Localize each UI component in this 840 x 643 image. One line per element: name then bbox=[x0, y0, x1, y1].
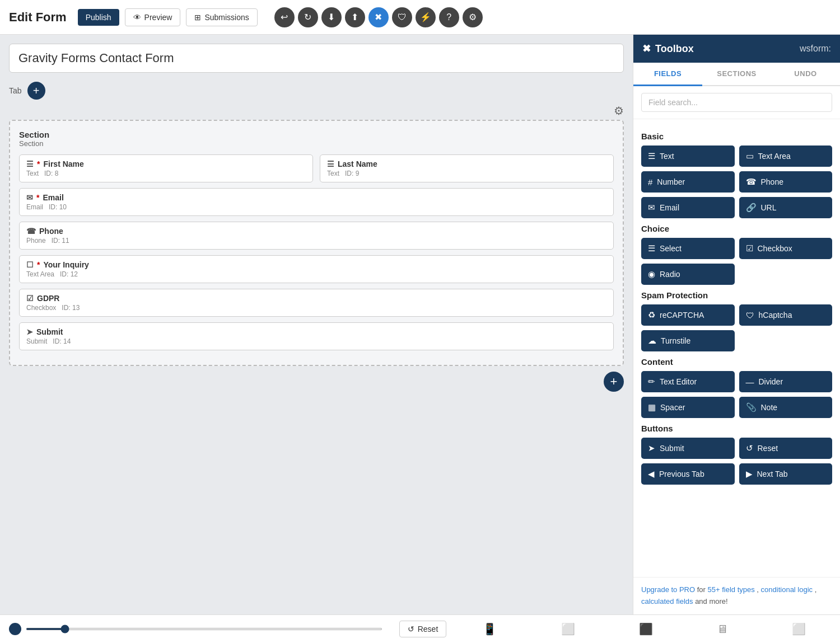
note-field-button[interactable]: 📎Note bbox=[739, 397, 833, 418]
submit-field-icon: ➤ bbox=[26, 327, 33, 336]
history-icon[interactable]: ↩ bbox=[274, 7, 295, 27]
content-section-label: Content bbox=[641, 357, 832, 367]
email-field[interactable]: ✉ * Email Email ID: 10 bbox=[19, 188, 614, 216]
phone-field-button[interactable]: ☎Phone bbox=[739, 171, 833, 193]
gdpr-field[interactable]: ☑ GDPR Checkbox ID: 13 bbox=[19, 289, 614, 317]
width-range-input[interactable] bbox=[26, 628, 382, 630]
upgrade-link[interactable]: Upgrade to PRO bbox=[641, 585, 695, 594]
help-icon[interactable]: ? bbox=[439, 7, 459, 27]
bottom-toolbar: + bbox=[9, 372, 624, 392]
shield-icon[interactable]: 🛡 bbox=[392, 7, 412, 27]
text-icon: ☰ bbox=[648, 151, 655, 161]
number-icon: # bbox=[648, 177, 652, 187]
recaptcha-icon: ♻ bbox=[648, 310, 655, 320]
range-container bbox=[9, 623, 382, 635]
reset-button-field[interactable]: ↺Reset bbox=[739, 438, 833, 459]
select-icon: ☰ bbox=[648, 243, 655, 254]
spacer-field-button[interactable]: ▦Spacer bbox=[641, 397, 735, 418]
radio-field-button[interactable]: ◉Radio bbox=[641, 264, 735, 285]
desktop-icon[interactable]: 🖥 bbox=[717, 622, 728, 636]
recaptcha-field-button[interactable]: ♻reCAPTCHA bbox=[641, 304, 735, 326]
divider-field-button[interactable]: —Divider bbox=[739, 371, 833, 392]
number-field-button[interactable]: #Number bbox=[641, 171, 735, 193]
textarea-field-button[interactable]: ▭Text Area bbox=[739, 146, 833, 167]
left-panel: Tab + ⚙ Section Section ☰ * bbox=[0, 35, 633, 614]
hcaptcha-icon: 🛡 bbox=[746, 311, 754, 320]
settings-icon[interactable]: ⚙ bbox=[463, 7, 483, 27]
form-editor: Tab + ⚙ Section Section ☰ * bbox=[9, 82, 624, 606]
tab-undo[interactable]: UNDO bbox=[771, 63, 840, 85]
form-title-input[interactable] bbox=[9, 44, 624, 73]
preview-bar: ↺ Reset 📱 ⬜ ⬛ 🖥 ⬜ bbox=[0, 614, 840, 643]
next-tab-icon: ▶ bbox=[746, 469, 753, 479]
section-title: Section bbox=[19, 130, 614, 139]
first-name-field[interactable]: ☰ * First Name Text ID: 8 bbox=[19, 154, 313, 182]
integration-icon[interactable]: ✖ bbox=[368, 7, 389, 27]
buttons-section-label: Buttons bbox=[641, 424, 832, 433]
submit-field[interactable]: ➤ Submit Submit ID: 14 bbox=[19, 322, 614, 350]
tab-bar: Tab + bbox=[9, 82, 624, 100]
buttons-fields-grid: ➤Submit ↺Reset ◀Previous Tab ▶Next Tab bbox=[641, 438, 832, 485]
add-tab-button[interactable]: + bbox=[27, 82, 45, 100]
email-field-icon: ✉ bbox=[26, 193, 33, 202]
mobile-icon[interactable]: 📱 bbox=[483, 622, 497, 636]
widescreen-icon[interactable]: ⬜ bbox=[792, 622, 806, 636]
tab-fields[interactable]: FIELDS bbox=[633, 63, 702, 86]
turnstile-field-button[interactable]: ☁Turnstile bbox=[641, 330, 735, 351]
text-field-icon-2: ☰ bbox=[327, 159, 334, 168]
inquiry-field-row: ☐ * Your Inquiry Text Area ID: 12 bbox=[19, 255, 614, 283]
submissions-button[interactable]: ⊞ Submissions bbox=[186, 8, 257, 26]
toolbox-icon: ✖ bbox=[642, 43, 651, 55]
textarea-icon: ▭ bbox=[746, 151, 754, 161]
lightning-icon[interactable]: ⚡ bbox=[416, 7, 436, 27]
tab-sections[interactable]: SECTIONS bbox=[702, 63, 771, 85]
choice-fields-grid: ☰Select ☑Checkbox ◉Radio bbox=[641, 238, 832, 285]
email-icon: ✉ bbox=[648, 203, 655, 213]
email-field-button[interactable]: ✉Email bbox=[641, 197, 735, 218]
phone-icon: ☎ bbox=[746, 177, 757, 187]
tablet-icon[interactable]: ⬛ bbox=[639, 622, 653, 636]
download-icon[interactable]: ⬇ bbox=[321, 7, 342, 27]
toolbox-brand: wsform: bbox=[800, 44, 831, 54]
field-types-link[interactable]: 55+ field types bbox=[708, 585, 755, 594]
upload-icon[interactable]: ⬆ bbox=[345, 7, 365, 27]
url-icon: 🔗 bbox=[746, 203, 757, 213]
toolbox-footer: Upgrade to PRO for 55+ field types , con… bbox=[633, 577, 840, 614]
submit-button-field[interactable]: ➤Submit bbox=[641, 438, 735, 459]
last-name-field[interactable]: ☰ Last Name Text ID: 9 bbox=[320, 154, 614, 182]
section-subtitle: Section bbox=[19, 139, 614, 148]
toolbox-body: Basic ☰Text ▭Text Area #Number ☎Phone ✉E… bbox=[633, 119, 840, 577]
conditional-logic-link[interactable]: conditional logic bbox=[761, 585, 813, 594]
redo-icon[interactable]: ↻ bbox=[298, 7, 318, 27]
preview-button[interactable]: 👁 Preview bbox=[125, 8, 181, 26]
checkbox-icon: ☑ bbox=[746, 243, 753, 254]
spacer-icon: ▦ bbox=[648, 402, 656, 412]
prev-tab-button-field[interactable]: ◀Previous Tab bbox=[641, 463, 735, 485]
field-search-input[interactable] bbox=[641, 93, 832, 112]
toolbox-title: ✖ Toolbox bbox=[642, 43, 694, 55]
reset-preview-button[interactable]: ↺ Reset bbox=[399, 621, 447, 637]
next-tab-button-field[interactable]: ▶Next Tab bbox=[739, 463, 833, 485]
gdpr-field-row: ☑ GDPR Checkbox ID: 13 bbox=[19, 289, 614, 317]
phone-field[interactable]: ☎ Phone Phone ID: 11 bbox=[19, 222, 614, 250]
section-settings-icon[interactable]: ⚙ bbox=[614, 104, 624, 118]
choice-section-label: Choice bbox=[641, 224, 832, 233]
text-field-button[interactable]: ☰Text bbox=[641, 146, 735, 167]
text-editor-icon: ✏ bbox=[648, 377, 655, 387]
tablet-small-icon[interactable]: ⬜ bbox=[561, 622, 575, 636]
spam-fields-grid: ♻reCAPTCHA 🛡hCaptcha ☁Turnstile bbox=[641, 304, 832, 351]
add-section-button[interactable]: + bbox=[604, 372, 624, 392]
tab-label: Tab bbox=[9, 86, 22, 95]
select-field-button[interactable]: ☰Select bbox=[641, 238, 735, 259]
checkbox-field-button[interactable]: ☑Checkbox bbox=[739, 238, 833, 259]
hcaptcha-field-button[interactable]: 🛡hCaptcha bbox=[739, 304, 833, 326]
basic-fields-grid: ☰Text ▭Text Area #Number ☎Phone ✉Email 🔗… bbox=[641, 146, 832, 218]
submit-icon: ➤ bbox=[648, 443, 655, 453]
inquiry-field[interactable]: ☐ * Your Inquiry Text Area ID: 12 bbox=[19, 255, 614, 283]
calculated-fields-link[interactable]: calculated fields bbox=[641, 597, 693, 606]
url-field-button[interactable]: 🔗URL bbox=[739, 197, 833, 218]
top-bar: Edit Form Publish 👁 Preview ⊞ Submission… bbox=[0, 0, 840, 35]
publish-button[interactable]: Publish bbox=[78, 9, 119, 26]
form-section-wrapper: Section Section ☰ * First Name Text ID: … bbox=[9, 120, 624, 366]
text-editor-field-button[interactable]: ✏Text Editor bbox=[641, 371, 735, 392]
